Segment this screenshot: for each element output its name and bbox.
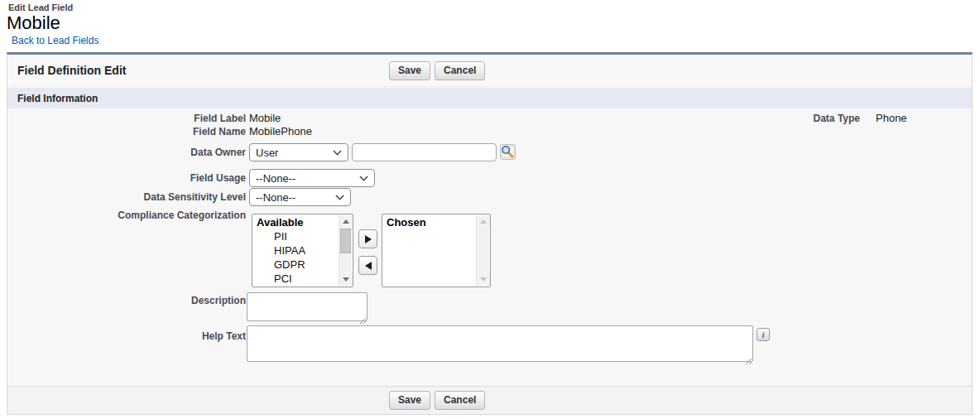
data-owner-search-input[interactable] <box>352 143 497 161</box>
scroll-up-icon[interactable] <box>339 215 353 228</box>
info-icon[interactable]: i <box>757 328 770 341</box>
help-text-textarea[interactable] <box>247 325 753 362</box>
chosen-scrollbar <box>476 215 489 286</box>
data-owner-select[interactable]: User <box>249 143 348 161</box>
scroll-down-icon[interactable] <box>339 273 353 286</box>
list-item[interactable]: PCI <box>252 272 353 286</box>
list-item[interactable]: PII <box>252 229 353 243</box>
save-button[interactable]: Save <box>389 391 430 410</box>
description-textarea[interactable] <box>247 292 368 321</box>
panel-header: Field Definition Edit Save Cancel <box>7 55 972 87</box>
page-title: Mobile <box>7 12 60 34</box>
field-information-section-bar: Field Information <box>7 88 972 108</box>
available-header: Available <box>252 214 353 229</box>
chevron-down-icon <box>335 195 344 200</box>
data-sensitivity-label: Data Sensitivity Level <box>14 191 246 203</box>
bottom-button-row: Save Cancel <box>389 391 485 410</box>
field-name-label: Field Name <box>14 126 246 137</box>
chevron-down-icon <box>359 176 368 181</box>
cancel-button[interactable]: Cancel <box>435 391 485 410</box>
data-type-value: Phone <box>876 112 907 124</box>
arrow-right-icon <box>365 235 372 243</box>
compliance-chosen-listbox[interactable]: Chosen <box>382 214 491 287</box>
breadcrumb: Edit Lead Field <box>8 2 73 12</box>
compliance-available-listbox[interactable]: Available PII HIPAA GDPR PCI <box>252 214 353 287</box>
data-owner-label: Data Owner <box>14 147 246 158</box>
top-button-row: Save Cancel <box>389 61 485 80</box>
chevron-down-icon <box>333 150 342 156</box>
description-label: Description <box>14 295 246 306</box>
scroll-up-icon <box>477 215 490 228</box>
edit-lead-field-page: Edit Lead Field Mobile Back to Lead Fiel… <box>0 0 980 419</box>
back-to-lead-fields-link[interactable]: Back to Lead Fields <box>12 35 98 46</box>
move-to-available-button[interactable] <box>358 256 377 275</box>
help-text-label: Help Text <box>14 330 246 342</box>
arrow-left-icon <box>365 262 372 270</box>
field-label-label: Field Label <box>14 113 246 124</box>
scrollbar-thumb[interactable] <box>340 229 351 253</box>
data-sensitivity-selected-value: --None-- <box>256 191 295 204</box>
available-scrollbar[interactable] <box>339 215 352 286</box>
data-type-label: Data Type <box>752 113 860 124</box>
lookup-magnifier-icon[interactable] <box>500 143 516 161</box>
field-label-value: Mobile <box>249 112 281 124</box>
panel-footer: Save Cancel <box>7 386 972 414</box>
field-usage-label: Field Usage <box>14 172 246 184</box>
data-owner-selected-value: User <box>256 147 278 159</box>
move-to-chosen-button[interactable] <box>358 229 377 248</box>
field-definition-edit-panel: Field Definition Edit Save Cancel Field … <box>7 52 973 415</box>
list-item[interactable]: HIPAA <box>252 243 353 258</box>
field-usage-selected-value: --None-- <box>256 172 295 185</box>
scroll-down-icon <box>477 273 490 286</box>
field-name-value: MobilePhone <box>249 125 312 137</box>
save-button[interactable]: Save <box>389 61 430 80</box>
list-item[interactable]: GDPR <box>252 258 353 272</box>
cancel-button[interactable]: Cancel <box>435 61 485 80</box>
section-title: Field Information <box>17 93 98 104</box>
data-sensitivity-select[interactable]: --None-- <box>249 188 351 206</box>
panel-title: Field Definition Edit <box>17 64 126 77</box>
chosen-header: Chosen <box>382 214 490 229</box>
field-usage-select[interactable]: --None-- <box>249 169 375 187</box>
compliance-categorization-label: Compliance Categorization <box>14 210 246 221</box>
